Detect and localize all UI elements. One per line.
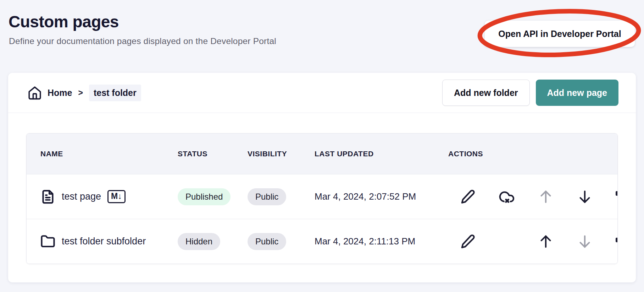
empty-action-slot — [487, 232, 526, 252]
edit-button[interactable] — [458, 187, 478, 207]
add-new-folder-button[interactable]: Add new folder — [442, 80, 530, 106]
page-title: Custom pages — [9, 12, 119, 31]
table-header-row: NAME STATUS VISIBILITY LAST UPDATED ACTI… — [27, 134, 617, 174]
add-new-page-button[interactable]: Add new page — [536, 80, 618, 106]
table-row-test-page: test page M↓ Published Public Mar 4, 202… — [27, 174, 617, 219]
move-down-button[interactable] — [575, 187, 594, 206]
row-actions — [448, 232, 617, 252]
status-badge: Hidden — [178, 233, 220, 250]
clipped-icon-fragment — [616, 238, 617, 242]
last-updated-value: Mar 4, 2024, 2:07:52 PM — [315, 191, 448, 202]
breadcrumb: Home > test folder — [27, 85, 141, 101]
status-badge: Published — [178, 188, 231, 205]
column-header-status: STATUS — [178, 150, 248, 158]
table-row-test-folder-subfolder: test folder subfolder Hidden Public Mar … — [27, 219, 617, 264]
row-name[interactable]: test folder subfolder — [62, 236, 146, 247]
column-header-visibility: VISIBILITY — [248, 150, 315, 158]
edit-button[interactable] — [458, 232, 478, 252]
folder-icon — [40, 234, 55, 249]
markdown-icon: M↓ — [107, 190, 126, 203]
file-text-icon — [40, 189, 55, 205]
row-name[interactable]: test page — [62, 191, 101, 202]
custom-pages-screen: Custom pages Define your documentation p… — [0, 0, 644, 292]
move-up-button[interactable] — [536, 187, 555, 206]
column-header-actions: ACTIONS — [448, 150, 617, 158]
last-updated-value: Mar 4, 2024, 2:11:13 PM — [315, 236, 448, 247]
visibility-badge: Public — [248, 233, 286, 250]
pages-table: NAME STATUS VISIBILITY LAST UPDATED ACTI… — [26, 133, 618, 264]
column-header-name: NAME — [40, 150, 178, 158]
breadcrumb-home-link[interactable]: Home — [48, 88, 72, 98]
column-header-last-updated: LAST UPDATED — [315, 150, 448, 158]
panel-header: Home > test folder Add new folder Add ne… — [8, 73, 636, 113]
breadcrumb-separator: > — [78, 88, 83, 98]
row-actions — [448, 187, 617, 207]
custom-pages-panel: Home > test folder Add new folder Add ne… — [8, 73, 636, 282]
open-api-developer-portal-button[interactable]: Open API in Developer Portal — [485, 21, 635, 47]
page-subtitle: Define your documentation pages displaye… — [9, 36, 276, 46]
visibility-badge: Public — [248, 188, 286, 205]
clipped-icon-fragment — [616, 191, 617, 196]
move-up-button[interactable] — [536, 232, 555, 251]
home-icon[interactable] — [27, 85, 42, 100]
move-down-button[interactable] — [575, 232, 594, 251]
toolbar: Add new folder Add new page — [442, 80, 618, 106]
unpublish-cloud-icon-button[interactable] — [496, 187, 517, 207]
breadcrumb-current-folder[interactable]: test folder — [89, 85, 141, 101]
